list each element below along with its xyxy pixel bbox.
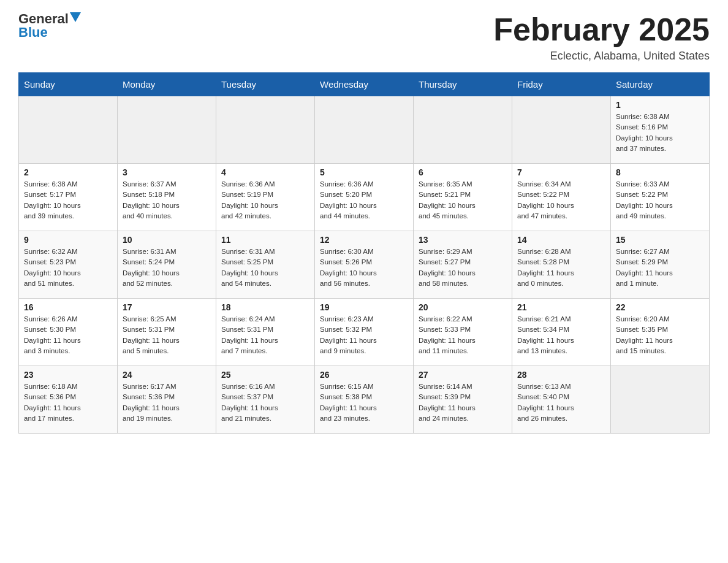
calendar-cell: 4Sunrise: 6:36 AMSunset: 5:19 PMDaylight… (216, 164, 315, 231)
day-info: Sunrise: 6:13 AMSunset: 5:40 PMDaylight:… (517, 381, 605, 424)
calendar-cell: 15Sunrise: 6:27 AMSunset: 5:29 PMDayligh… (611, 231, 710, 299)
svg-marker-0 (70, 12, 81, 22)
day-info: Sunrise: 6:31 AMSunset: 5:24 PMDaylight:… (123, 247, 211, 289)
day-number: 27 (419, 370, 507, 380)
day-number: 28 (517, 370, 605, 380)
calendar-cell: 3Sunrise: 6:37 AMSunset: 5:18 PMDaylight… (118, 164, 216, 231)
weekday-header-monday: Monday (118, 73, 216, 96)
page-header: General Blue February 2025 Eclectic, Ala… (18, 12, 710, 63)
day-info: Sunrise: 6:14 AMSunset: 5:39 PMDaylight:… (419, 381, 507, 424)
day-number: 4 (221, 167, 309, 177)
day-number: 15 (616, 235, 704, 245)
calendar-cell: 2Sunrise: 6:38 AMSunset: 5:17 PMDaylight… (19, 164, 118, 231)
calendar-cell: 20Sunrise: 6:22 AMSunset: 5:33 PMDayligh… (414, 299, 512, 366)
calendar-cell: 26Sunrise: 6:15 AMSunset: 5:38 PMDayligh… (315, 366, 414, 434)
logo-blue: Blue (18, 25, 48, 40)
calendar-cell: 6Sunrise: 6:35 AMSunset: 5:21 PMDaylight… (414, 164, 512, 231)
calendar-cell: 17Sunrise: 6:25 AMSunset: 5:31 PMDayligh… (118, 299, 216, 366)
day-number: 23 (24, 370, 112, 380)
day-info: Sunrise: 6:30 AMSunset: 5:26 PMDaylight:… (320, 247, 408, 289)
calendar-cell (611, 366, 710, 434)
day-info: Sunrise: 6:21 AMSunset: 5:34 PMDaylight:… (517, 314, 605, 356)
day-info: Sunrise: 6:28 AMSunset: 5:28 PMDaylight:… (517, 247, 605, 289)
weekday-header-thursday: Thursday (414, 73, 512, 96)
day-number: 2 (24, 167, 112, 177)
day-number: 12 (320, 235, 408, 245)
calendar-cell (118, 96, 216, 164)
weekday-header-tuesday: Tuesday (216, 73, 315, 96)
day-info: Sunrise: 6:24 AMSunset: 5:31 PMDaylight:… (221, 314, 309, 356)
day-number: 14 (517, 235, 605, 245)
week-row-2: 2Sunrise: 6:38 AMSunset: 5:17 PMDaylight… (19, 164, 710, 231)
day-info: Sunrise: 6:17 AMSunset: 5:36 PMDaylight:… (123, 381, 211, 424)
day-info: Sunrise: 6:27 AMSunset: 5:29 PMDaylight:… (616, 247, 704, 289)
calendar-cell: 25Sunrise: 6:16 AMSunset: 5:37 PMDayligh… (216, 366, 315, 434)
week-row-3: 9Sunrise: 6:32 AMSunset: 5:23 PMDaylight… (19, 231, 710, 299)
day-info: Sunrise: 6:38 AMSunset: 5:16 PMDaylight:… (616, 112, 704, 154)
logo-general: General (18, 12, 69, 26)
calendar-cell: 28Sunrise: 6:13 AMSunset: 5:40 PMDayligh… (512, 366, 611, 434)
day-number: 6 (419, 167, 507, 177)
calendar-cell: 13Sunrise: 6:29 AMSunset: 5:27 PMDayligh… (414, 231, 512, 299)
day-info: Sunrise: 6:16 AMSunset: 5:37 PMDaylight:… (221, 381, 309, 424)
calendar-cell: 27Sunrise: 6:14 AMSunset: 5:39 PMDayligh… (414, 366, 512, 434)
weekday-header-friday: Friday (512, 73, 611, 96)
day-info: Sunrise: 6:23 AMSunset: 5:32 PMDaylight:… (320, 314, 408, 356)
location: Eclectic, Alabama, United States (493, 50, 710, 63)
calendar-cell (414, 96, 512, 164)
calendar-cell: 5Sunrise: 6:36 AMSunset: 5:20 PMDaylight… (315, 164, 414, 231)
calendar-cell: 16Sunrise: 6:26 AMSunset: 5:30 PMDayligh… (19, 299, 118, 366)
calendar-cell: 19Sunrise: 6:23 AMSunset: 5:32 PMDayligh… (315, 299, 414, 366)
day-info: Sunrise: 6:15 AMSunset: 5:38 PMDaylight:… (320, 381, 408, 424)
day-number: 18 (221, 302, 309, 312)
calendar-cell: 24Sunrise: 6:17 AMSunset: 5:36 PMDayligh… (118, 366, 216, 434)
calendar-cell: 18Sunrise: 6:24 AMSunset: 5:31 PMDayligh… (216, 299, 315, 366)
day-number: 11 (221, 235, 309, 245)
day-info: Sunrise: 6:20 AMSunset: 5:35 PMDaylight:… (616, 314, 704, 356)
day-info: Sunrise: 6:33 AMSunset: 5:22 PMDaylight:… (616, 179, 704, 221)
weekday-header-saturday: Saturday (611, 73, 710, 96)
day-info: Sunrise: 6:38 AMSunset: 5:17 PMDaylight:… (24, 179, 112, 221)
day-info: Sunrise: 6:34 AMSunset: 5:22 PMDaylight:… (517, 179, 605, 221)
day-info: Sunrise: 6:36 AMSunset: 5:20 PMDaylight:… (320, 179, 408, 221)
day-number: 19 (320, 302, 408, 312)
calendar-cell: 7Sunrise: 6:34 AMSunset: 5:22 PMDaylight… (512, 164, 611, 231)
day-number: 25 (221, 370, 309, 380)
calendar-table: SundayMondayTuesdayWednesdayThursdayFrid… (18, 72, 710, 434)
logo: General Blue (18, 12, 81, 40)
day-number: 7 (517, 167, 605, 177)
month-title: February 2025 (493, 12, 710, 47)
calendar-cell: 9Sunrise: 6:32 AMSunset: 5:23 PMDaylight… (19, 231, 118, 299)
day-number: 1 (616, 100, 704, 110)
weekday-header-wednesday: Wednesday (315, 73, 414, 96)
calendar-cell (512, 96, 611, 164)
day-info: Sunrise: 6:26 AMSunset: 5:30 PMDaylight:… (24, 314, 112, 356)
day-number: 20 (419, 302, 507, 312)
calendar-cell (315, 96, 414, 164)
calendar-cell: 14Sunrise: 6:28 AMSunset: 5:28 PMDayligh… (512, 231, 611, 299)
week-row-1: 1Sunrise: 6:38 AMSunset: 5:16 PMDaylight… (19, 96, 710, 164)
day-number: 9 (24, 235, 112, 245)
logo-triangle-icon (70, 12, 81, 22)
calendar-cell: 11Sunrise: 6:31 AMSunset: 5:25 PMDayligh… (216, 231, 315, 299)
day-number: 3 (123, 167, 211, 177)
day-number: 22 (616, 302, 704, 312)
week-row-4: 16Sunrise: 6:26 AMSunset: 5:30 PMDayligh… (19, 299, 710, 366)
calendar-cell: 1Sunrise: 6:38 AMSunset: 5:16 PMDaylight… (611, 96, 710, 164)
calendar-cell: 22Sunrise: 6:20 AMSunset: 5:35 PMDayligh… (611, 299, 710, 366)
day-number: 10 (123, 235, 211, 245)
calendar-cell: 10Sunrise: 6:31 AMSunset: 5:24 PMDayligh… (118, 231, 216, 299)
calendar-cell: 21Sunrise: 6:21 AMSunset: 5:34 PMDayligh… (512, 299, 611, 366)
day-number: 17 (123, 302, 211, 312)
day-number: 26 (320, 370, 408, 380)
day-info: Sunrise: 6:37 AMSunset: 5:18 PMDaylight:… (123, 179, 211, 221)
calendar-cell: 23Sunrise: 6:18 AMSunset: 5:36 PMDayligh… (19, 366, 118, 434)
calendar-cell: 12Sunrise: 6:30 AMSunset: 5:26 PMDayligh… (315, 231, 414, 299)
calendar-cell: 8Sunrise: 6:33 AMSunset: 5:22 PMDaylight… (611, 164, 710, 231)
day-number: 16 (24, 302, 112, 312)
day-number: 21 (517, 302, 605, 312)
day-info: Sunrise: 6:31 AMSunset: 5:25 PMDaylight:… (221, 247, 309, 289)
day-info: Sunrise: 6:32 AMSunset: 5:23 PMDaylight:… (24, 247, 112, 289)
calendar-cell (216, 96, 315, 164)
day-info: Sunrise: 6:22 AMSunset: 5:33 PMDaylight:… (419, 314, 507, 356)
